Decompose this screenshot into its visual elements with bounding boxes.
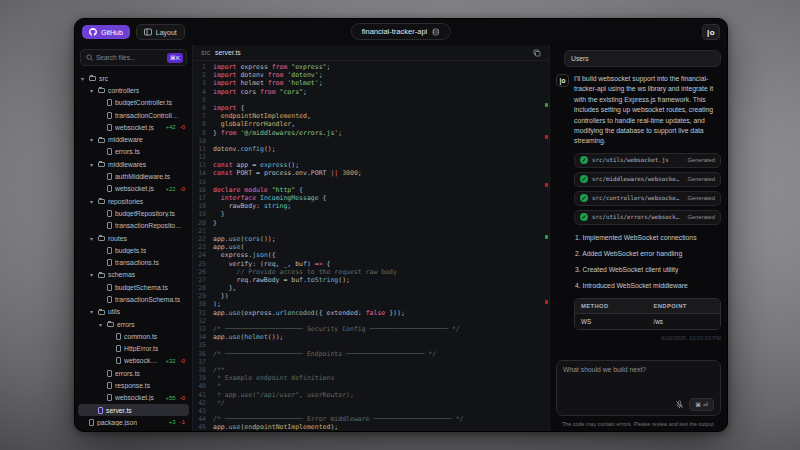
layout-button[interactable]: Layout [136, 24, 185, 40]
tree-item-errors[interactable]: ▾errors [78, 318, 189, 330]
tree-item-utils[interactable]: ▾utils [78, 306, 189, 318]
file-icon [116, 333, 121, 340]
tree-item-transactionController.ts[interactable]: ▾transactionController.ts [78, 109, 189, 121]
code-text: const app = express(); [213, 161, 299, 169]
assistant-message: |o I'll build websocket support into the… [556, 74, 721, 341]
code-line: 8 globalErrorHandler, [193, 120, 549, 128]
generated-file-chip[interactable]: ✓src/utils/websocket.jsGenerated [574, 153, 721, 168]
generated-file-chip[interactable]: ✓src/utils/errors/websock…Generated [574, 210, 721, 225]
user-message: Users [564, 50, 721, 67]
tree-item-websocket.js[interactable]: ▾websocket.js+42-0 [78, 121, 189, 133]
tree-item-HttpError.ts[interactable]: ▾HttpError.ts [78, 343, 189, 355]
tree-item-websocket.js[interactable]: ▾websocket.js+22-0 [78, 183, 189, 195]
code-text: globalErrorHandler, [213, 120, 295, 128]
prompt-input[interactable] [563, 366, 714, 398]
line-number: 18 [193, 202, 206, 210]
line-number: 28 [193, 284, 206, 292]
diff-additions: +55 [165, 395, 175, 401]
file-icon [107, 222, 112, 229]
tree-item-label: errors.ts [115, 148, 140, 155]
search-input[interactable] [96, 54, 164, 61]
tree-item-budgetController.ts[interactable]: ▾budgetController.ts [78, 97, 189, 109]
tree-item-response.ts[interactable]: ▾response.ts [78, 379, 189, 391]
code-text: endpointNotImplemented, [213, 112, 311, 120]
tree-item-middlewares[interactable]: ▾middlewares [78, 158, 189, 170]
tree-item-transactions.ts[interactable]: ▾transactions.ts [78, 256, 189, 268]
code-line: 34app.use(helmet()); [193, 333, 549, 341]
top-bar: GitHub Layout financial-tracker-api |o [75, 19, 727, 45]
diff-deletions: -0 [180, 124, 185, 130]
check-icon: ✓ [580, 156, 588, 164]
tree-item-authMiddleware.ts[interactable]: ▾authMiddleware.ts [78, 170, 189, 182]
line-number: 22 [193, 235, 206, 243]
tree-item-label: authMiddleware.ts [115, 173, 170, 180]
tree-item-label: transactionRepository.ts [115, 222, 182, 229]
check-icon: ✓ [580, 194, 588, 202]
code-text: /* ──────────────────── Endpoints ──────… [213, 350, 436, 358]
code-text: */ [213, 399, 225, 407]
tree-item-label: websocket.js [115, 124, 154, 131]
tree-item-src[interactable]: ▾src [78, 72, 189, 84]
file-icon [107, 382, 112, 389]
tree-item-repositories[interactable]: ▾repositories [78, 195, 189, 207]
tree-item-label: transactionController.ts [115, 112, 182, 119]
mic-button[interactable] [675, 400, 684, 409]
tree-item-websocket.js[interactable]: ▾websocket.js+55-0 [78, 392, 189, 404]
project-selector[interactable]: financial-tracker-api [351, 23, 451, 40]
code-text: app.use(cors()); [213, 235, 276, 243]
copy-file-button[interactable] [533, 49, 541, 57]
tree-item-errors.ts[interactable]: ▾errors.ts [78, 367, 189, 379]
tree-item-budgets.ts[interactable]: ▾budgets.ts [78, 244, 189, 256]
tree-item-package.json[interactable]: ▾package.json+3-1 [78, 416, 189, 428]
tree-item-websocket.js[interactable]: ▾websocket.js+32-0 [78, 355, 189, 367]
sidebar: ⌘K ▾src▾controllers▾budgetController.ts▾… [75, 45, 193, 431]
code-line: 22app.use(cors()); [193, 235, 549, 243]
line-number: 42 [193, 399, 206, 407]
chevron-down-icon: ▾ [99, 321, 104, 328]
file-icon [107, 247, 112, 254]
table-cell: WS [575, 314, 648, 329]
tree-item-controllers[interactable]: ▾controllers [78, 84, 189, 96]
tree-item-label: schemas [108, 271, 135, 278]
tree-item-transactionRepository.ts[interactable]: ▾transactionRepository.ts [78, 220, 189, 232]
line-number: 3 [193, 79, 206, 87]
tree-item-middleware[interactable]: ▾middleware [78, 133, 189, 145]
line-number: 1 [193, 63, 206, 71]
tree-item-transactionSchema.ts[interactable]: ▾transactionSchema.ts [78, 293, 189, 305]
tree-item-server.ts[interactable]: ▾server.ts [78, 404, 189, 416]
file-search[interactable]: ⌘K [80, 49, 187, 66]
table-header-cell: ENDPOINT [648, 299, 721, 313]
line-number: 44 [193, 415, 206, 423]
breadcrumb-dir: src [201, 49, 210, 56]
code-line: 25 verify: (req, _, buf) => { [193, 260, 549, 268]
code-line: 32 [193, 317, 549, 325]
code-line: 5 [193, 96, 549, 104]
code-line: 33/* ──────────────────── Security Confi… [193, 325, 549, 333]
code-line: 38/** [193, 366, 549, 374]
tree-item-budgetRepository.ts[interactable]: ▾budgetRepository.ts [78, 207, 189, 219]
prompt-box[interactable]: ⌘ ⏎ [556, 360, 721, 416]
line-number: 29 [193, 292, 206, 300]
tree-item-label: middlewares [108, 161, 146, 168]
code-line: 35 [193, 341, 549, 349]
tree-item-common.ts[interactable]: ▾common.ts [78, 330, 189, 342]
send-button[interactable]: ⌘ ⏎ [689, 398, 714, 411]
tree-item-budgetSchema.ts[interactable]: ▾budgetSchema.ts [78, 281, 189, 293]
code-area[interactable]: 1import express from "express";2import d… [193, 61, 549, 431]
github-button[interactable]: GitHub [82, 25, 130, 39]
tree-item-routes[interactable]: ▾routes [78, 232, 189, 244]
tree-item-label: transactionSchema.ts [115, 296, 180, 303]
generated-file-chip[interactable]: ✓src/controllers/websocke…Generated [574, 191, 721, 206]
table-cell: /ws [648, 314, 721, 329]
file-icon [107, 370, 112, 377]
code-text: rawBody: string; [213, 202, 291, 210]
tree-item-label: websocket.js [124, 357, 159, 364]
generated-file-chip[interactable]: ✓src/middlewares/websocke…Generated [574, 172, 721, 187]
breadcrumb-file[interactable]: server.ts [215, 49, 241, 56]
tree-item-schemas[interactable]: ▾schemas [78, 269, 189, 281]
tree-item-errors.ts[interactable]: ▾errors.ts [78, 146, 189, 158]
diff-additions: +32 [165, 358, 175, 364]
code-text: * app.use("/api/user", userRouter); [213, 391, 354, 399]
line-number: 11 [193, 145, 206, 153]
chevron-down-icon: ▾ [90, 308, 95, 315]
